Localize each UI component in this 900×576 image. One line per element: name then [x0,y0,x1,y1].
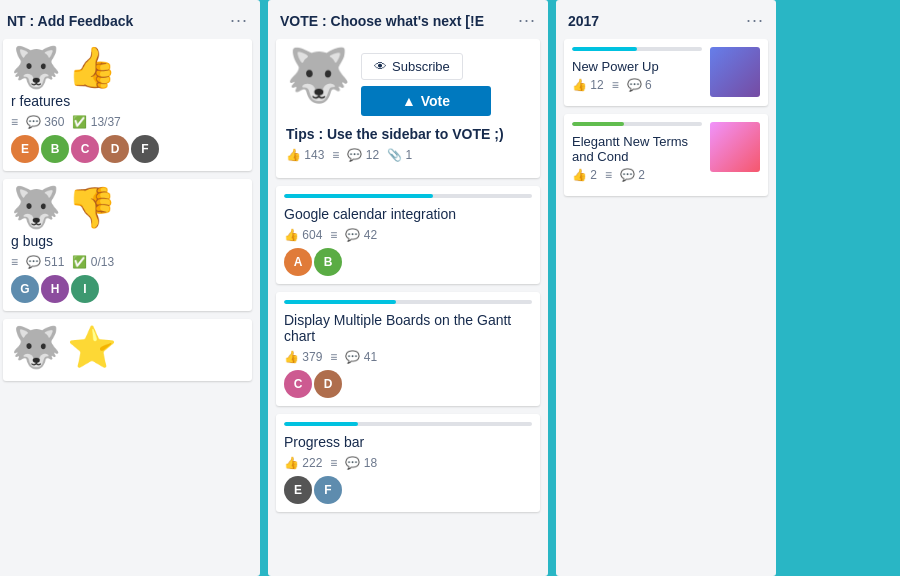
thumb-count-gc: 👍 604 [284,228,322,242]
card-emoji-row: 🐺 👍 [11,47,244,87]
column-right-cards: New Power Up 👍 12 ≡ 💬 6 El [556,39,776,576]
avatar: E [284,476,312,504]
comment-featured: 💬 12 [347,148,379,162]
vote-actions: 👁 Subscribe ▲ Vote [361,49,491,116]
new-power-up-thumb [710,47,760,97]
multiple-boards-meta: 👍 379 ≡ 💬 41 [284,350,532,364]
multiple-boards-title: Display Multiple Boards on the Gantt cha… [284,312,532,344]
progress-bar-et [572,122,702,126]
avatar: I [71,275,99,303]
avatar: E [11,135,39,163]
card-bugs-meta: ≡ 💬 511 ✅ 0/13 [11,255,244,269]
align-featured: ≡ [332,148,339,162]
column-right-title: 2017 [568,13,599,29]
new-power-up-meta: 👍 12 ≡ 💬 6 [572,78,702,92]
check-count-2: ✅ 0/13 [72,255,114,269]
vote-label: Vote [421,93,450,109]
progress-bar-1 [284,194,532,198]
avatar: D [101,135,129,163]
progress-fill-2 [284,300,396,304]
align-icon-2: ≡ [11,255,18,269]
progress-fill-1 [284,194,433,198]
card-star[interactable]: 🐺 ⭐ [3,319,252,381]
avatars-bugs: G H I [11,275,244,303]
thumb-count-pb: 👍 222 [284,456,322,470]
card-emoji-row-2: 🐺 👎 [11,187,244,227]
column-right-header: 2017 ··· [556,0,776,39]
elegantt-terms-thumb [710,122,760,172]
progress-bar-2 [284,300,532,304]
align-icon-1: ≡ [11,115,18,129]
comment-pb: 💬 18 [345,456,377,470]
vote-card-top: 🐺 👁 Subscribe ▲ Vote [286,49,530,116]
avatar: C [284,370,312,398]
card-progress-bar[interactable]: Progress bar 👍 222 ≡ 💬 18 E F [276,414,540,512]
column-left: NT : Add Feedback ··· 🐺 👍 r features ≡ 💬… [0,0,260,576]
column-middle-header: VOTE : Choose what's next [!E ··· [268,0,548,39]
column-middle-menu-icon[interactable]: ··· [518,10,536,31]
vote-arrow-icon: ▲ [402,93,416,109]
column-left-cards: 🐺 👍 r features ≡ 💬 360 ✅ 13/37 E B C D F [0,39,260,576]
comment-npu: 💬 6 [627,78,652,92]
google-calendar-meta: 👍 604 ≡ 💬 42 [284,228,532,242]
avatars-features: E B C D F [11,135,244,163]
subscribe-label: Subscribe [392,59,450,74]
featured-card-meta: 👍 143 ≡ 💬 12 📎 1 [286,148,530,162]
card-bugs[interactable]: 🐺 👎 g bugs ≡ 💬 511 ✅ 0/13 G H I [3,179,252,311]
card-emoji-row-3: 🐺 ⭐ [11,327,244,367]
progress-bar-npu [572,47,702,51]
avatar: F [314,476,342,504]
thumb-npu: 👍 12 [572,78,604,92]
progress-bar-3 [284,422,532,426]
thumb-count-mb: 👍 379 [284,350,322,364]
thumb-image-1 [710,47,760,97]
comment-gc: 💬 42 [345,228,377,242]
card-multiple-boards[interactable]: Display Multiple Boards on the Gantt cha… [276,292,540,406]
card-features[interactable]: 🐺 👍 r features ≡ 💬 360 ✅ 13/37 E B C D F [3,39,252,171]
align-et: ≡ [605,168,612,182]
progress-fill-npu [572,47,637,51]
avatar: C [71,135,99,163]
subscribe-button[interactable]: 👁 Subscribe [361,53,463,80]
column-left-header: NT : Add Feedback ··· [0,0,260,39]
elegantt-terms-title: Elegantt New Terms and Cond [572,134,702,164]
emoji-husky: 🐺 [11,47,61,87]
card-elegantt-terms[interactable]: Elegantt New Terms and Cond 👍 2 ≡ 💬 2 [564,114,768,196]
featured-card-title: Tips : Use the sidebar to VOTE ;) [286,126,530,142]
card-features-meta: ≡ 💬 360 ✅ 13/37 [11,115,244,129]
column-middle: VOTE : Choose what's next [!E ··· 🐺 👁 Su… [268,0,548,576]
elegantt-terms-content: Elegantt New Terms and Cond 👍 2 ≡ 💬 2 [572,122,702,188]
featured-vote-card[interactable]: 🐺 👁 Subscribe ▲ Vote Tips : Use the side… [276,39,540,178]
board-container: NT : Add Feedback ··· 🐺 👍 r features ≡ 💬… [0,0,900,576]
emoji-husky-2: 🐺 [11,187,61,227]
emoji-thumbdown: 👎 [67,187,117,227]
thumb-count-featured: 👍 143 [286,148,324,162]
column-right-menu-icon[interactable]: ··· [746,10,764,31]
align-mb: ≡ [330,350,337,364]
avatar: G [11,275,39,303]
emoji-star: ⭐ [67,327,117,367]
google-calendar-title: Google calendar integration [284,206,532,222]
column-middle-title: VOTE : Choose what's next [!E [280,13,484,29]
vote-emoji: 🐺 [286,49,351,101]
avatar: B [314,248,342,276]
progress-bar-meta: 👍 222 ≡ 💬 18 [284,456,532,470]
progress-fill-et [572,122,624,126]
column-left-menu-icon[interactable]: ··· [230,10,248,31]
avatars-pb: E F [284,476,532,504]
align-npu: ≡ [612,78,619,92]
card-google-calendar[interactable]: Google calendar integration 👍 604 ≡ 💬 42… [276,186,540,284]
check-count-1: ✅ 13/37 [72,115,120,129]
comment-count-2: 💬 511 [26,255,64,269]
new-power-up-content: New Power Up 👍 12 ≡ 💬 6 [572,47,702,98]
progress-bar-card-title: Progress bar [284,434,532,450]
column-left-title: NT : Add Feedback [7,13,133,29]
comment-et: 💬 2 [620,168,645,182]
vote-button[interactable]: ▲ Vote [361,86,491,116]
card-new-power-up[interactable]: New Power Up 👍 12 ≡ 💬 6 [564,39,768,106]
card-features-text: r features [11,93,244,109]
column-middle-cards: 🐺 👁 Subscribe ▲ Vote Tips : Use the side… [268,39,548,576]
avatar: F [131,135,159,163]
avatar: B [41,135,69,163]
align-gc: ≡ [330,228,337,242]
